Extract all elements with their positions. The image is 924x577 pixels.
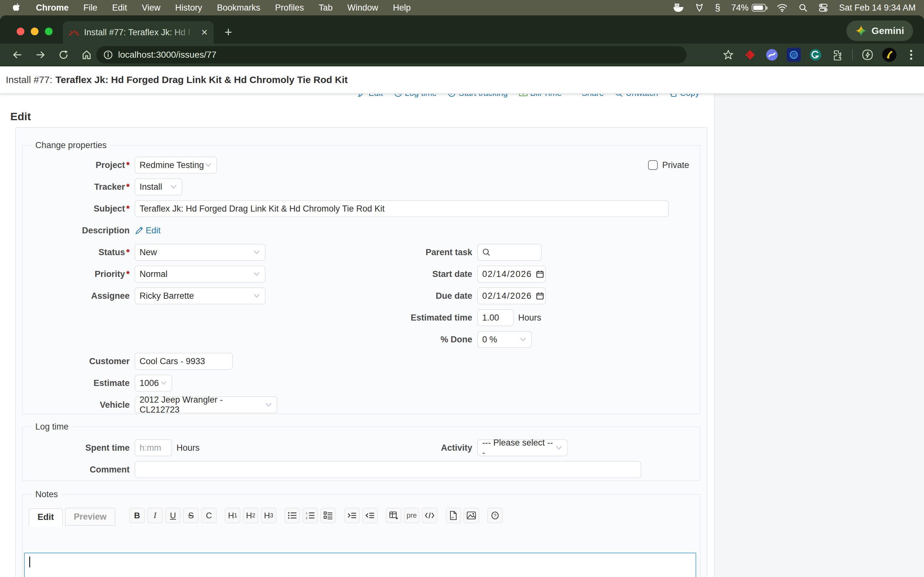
energy-saver-icon[interactable] (861, 48, 875, 62)
control-center-icon[interactable] (819, 3, 828, 12)
spotlight-search-icon[interactable] (798, 3, 808, 12)
menubar-item-file[interactable]: File (83, 3, 97, 13)
calendar-icon[interactable] (536, 270, 544, 278)
menubar-app-name[interactable]: Chrome (36, 3, 69, 13)
menu-extra-icon-section[interactable]: § (715, 2, 720, 13)
home-button[interactable] (78, 47, 95, 63)
notes-legend: Notes (31, 490, 62, 500)
activity-select[interactable]: --- Please select --- (477, 440, 567, 456)
done-ratio-select[interactable]: 0 % (477, 331, 531, 348)
heading3-button[interactable]: H3 (261, 508, 276, 523)
extension-grammarly-icon[interactable] (809, 48, 822, 62)
tab-edit[interactable]: Edit (29, 508, 63, 526)
link-log-time[interactable]: Log time (394, 94, 437, 98)
back-button[interactable] (9, 47, 26, 63)
new-tab-button[interactable]: + (225, 26, 232, 39)
menubar-item-edit[interactable]: Edit (112, 3, 128, 13)
kebab-menu-icon[interactable] (904, 48, 918, 62)
strikethrough-button[interactable]: S (183, 508, 199, 523)
menubar-item-window[interactable]: Window (347, 3, 378, 13)
docker-menu-icon[interactable] (673, 3, 684, 13)
link-copy[interactable]: Copy (669, 94, 699, 98)
link-start-tracking[interactable]: Start tracking (447, 94, 507, 98)
preformatted-button[interactable]: pre (404, 508, 419, 523)
menubar-item-tab[interactable]: Tab (318, 3, 333, 13)
battery-indicator[interactable]: 74% (731, 3, 766, 13)
close-window-button[interactable] (17, 27, 24, 35)
gemini-button[interactable]: Gemini (846, 21, 913, 41)
insert-table-icon[interactable] (386, 508, 401, 523)
calendar-icon[interactable] (536, 292, 544, 300)
help-icon[interactable]: ? (487, 508, 503, 523)
tab-close-icon[interactable]: ✕ (201, 27, 208, 37)
indent-icon[interactable] (344, 508, 360, 523)
ordered-list-icon[interactable]: 12 (302, 508, 318, 523)
address-bar[interactable]: localhost:3000/issues/77 (96, 46, 687, 63)
chrome-window: Install #77: Teraflex Jk: Hd Fo ✕ + Gemi… (0, 15, 924, 577)
menubar-item-help[interactable]: Help (393, 3, 411, 13)
toolbar-separator (852, 49, 853, 61)
extensions-puzzle-icon[interactable] (830, 48, 845, 62)
status-select[interactable]: New (135, 244, 265, 261)
tracker-row: Tracker* Install (23, 179, 700, 195)
subject-input[interactable]: Teraflex Jk: Hd Forged Drag Link Kit & H… (135, 200, 669, 217)
priority-select[interactable]: Normal (135, 266, 265, 282)
unordered-list-icon[interactable] (284, 508, 300, 523)
reload-button[interactable] (55, 47, 72, 63)
task-list-icon[interactable] (320, 508, 336, 523)
assignee-select[interactable]: Ricky Barrette (135, 287, 265, 304)
insert-image-icon[interactable] (464, 508, 479, 523)
estimated-time-label: Estimated time (365, 313, 477, 323)
site-info-icon[interactable] (103, 50, 113, 60)
heading1-button[interactable]: H1 (225, 508, 240, 523)
estimate-row: Estimate 1006 (23, 375, 700, 392)
bold-button[interactable]: B (129, 508, 145, 523)
link-edit[interactable]: Edit (358, 94, 383, 98)
link-share[interactable]: Share (582, 94, 604, 98)
forward-button[interactable] (32, 47, 49, 63)
link-bill-time[interactable]: Bill Time (519, 94, 562, 98)
menubar-item-bookmarks[interactable]: Bookmarks (217, 3, 260, 13)
browser-tab[interactable]: Install #77: Teraflex Jk: Hd Fo ✕ (63, 21, 214, 44)
inline-code-button[interactable]: C (201, 508, 216, 523)
attach-file-icon[interactable]: ∞ (446, 508, 461, 523)
bookmark-star-icon[interactable] (721, 48, 735, 62)
vehicle-select[interactable]: 2012 Jeep Wrangler - CL212723 (135, 396, 277, 413)
minimize-window-button[interactable] (31, 27, 39, 35)
menubar-item-view[interactable]: View (142, 3, 160, 13)
heading2-button[interactable]: H2 (243, 508, 258, 523)
code-block-icon[interactable] (422, 508, 437, 523)
italic-button[interactable]: I (147, 508, 163, 523)
extension-privacy-icon[interactable]: @ (787, 48, 801, 62)
project-select[interactable]: Redmine Testing (135, 157, 217, 173)
private-checkbox[interactable] (648, 160, 658, 170)
chevron-down-icon (170, 184, 178, 189)
extension-stylus-icon[interactable] (765, 48, 779, 62)
estimated-time-input[interactable]: 1.00 (477, 309, 514, 326)
notes-textarea[interactable] (24, 553, 696, 577)
start-date-input[interactable]: 02/14/2026 (477, 266, 546, 282)
outdent-icon[interactable] (362, 508, 378, 523)
zoom-window-button[interactable] (45, 27, 53, 35)
underline-button[interactable]: U (165, 508, 181, 523)
estimate-select[interactable]: 1006 (135, 375, 172, 392)
wifi-icon[interactable] (777, 3, 788, 12)
due-date-input[interactable]: 02/14/2026 (477, 287, 546, 304)
customer-input[interactable]: Cool Cars - 9933 (135, 353, 233, 370)
tab-preview[interactable]: Preview (65, 508, 115, 526)
tracker-select[interactable]: Install (135, 179, 182, 195)
menubar-item-profiles[interactable]: Profiles (275, 3, 304, 13)
menubar-item-history[interactable]: History (175, 3, 202, 13)
parent-task-input[interactable] (477, 244, 541, 261)
comment-input[interactable] (135, 461, 641, 478)
apple-logo-icon[interactable] (13, 3, 21, 13)
profile-avatar[interactable] (882, 48, 897, 62)
menubar-clock[interactable]: Sat Feb 14 9:34 AM (839, 3, 916, 13)
extension-red-icon[interactable] (743, 48, 757, 62)
link-unwatch[interactable]: Unwatch (615, 94, 658, 98)
spent-time-input[interactable]: h:mm (135, 440, 172, 456)
done-ratio-group: % Done 0 % (365, 331, 531, 348)
description-edit-link[interactable]: Edit (145, 226, 161, 235)
chevron-down-icon (253, 250, 260, 255)
menu-extra-icon-fox[interactable] (695, 3, 704, 13)
